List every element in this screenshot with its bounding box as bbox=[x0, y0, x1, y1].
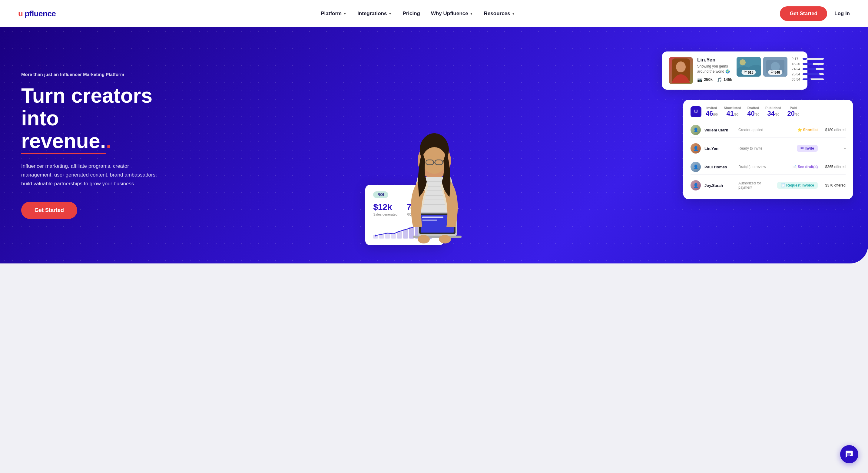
creator-name: Paul Homes bbox=[705, 165, 735, 169]
hero-eyebrow: More than just an Influencer Marketing P… bbox=[21, 72, 160, 77]
creator-price: $180 offered bbox=[822, 128, 845, 132]
table-row: 👤 Paul Homes Draft(s) to review 📄 See dr… bbox=[690, 159, 845, 175]
photo-thumb-2: ♡ 848 bbox=[763, 57, 787, 76]
influencer-stats: 📷 250k 🎵 145k bbox=[697, 77, 732, 82]
influencer-demographics: 0-17 18-20 21-24 25-34 bbox=[792, 57, 824, 83]
svg-rect-38 bbox=[422, 220, 437, 221]
influencer-name: Lin.Yen bbox=[697, 57, 732, 63]
nav-link-platform[interactable]: Platform ▼ bbox=[321, 10, 346, 17]
nav-link-integrations[interactable]: Integrations ▼ bbox=[358, 10, 392, 17]
svg-point-18 bbox=[375, 235, 376, 236]
creator-status: Authorized for payment bbox=[738, 181, 774, 190]
roi-badge: ROI bbox=[373, 191, 388, 198]
creator-action-invoice[interactable]: 🧾 Request invoice bbox=[777, 182, 818, 189]
nav-actions: Get Started Log In bbox=[780, 6, 850, 21]
nav-link-resources[interactable]: Resources ▼ bbox=[484, 10, 515, 17]
creator-name: Willem Clark bbox=[705, 128, 735, 132]
creator-avatar: 👤 bbox=[690, 162, 701, 172]
chevron-down-icon: ▼ bbox=[470, 12, 473, 15]
creator-action-invite[interactable]: ✉ Invite bbox=[797, 145, 818, 152]
svg-point-41 bbox=[439, 235, 451, 244]
nav-item-integrations[interactable]: Integrations ▼ bbox=[358, 10, 392, 17]
tiktok-count: 145k bbox=[723, 77, 732, 82]
photo2-likes: ♡ 848 bbox=[768, 70, 782, 75]
campaign-stat-published: Published 34/90 bbox=[765, 106, 781, 118]
creator-price: $365 offered bbox=[822, 165, 845, 169]
demo-row-25-34: 25-34 bbox=[792, 72, 824, 76]
nav-item-pricing[interactable]: Pricing bbox=[403, 10, 420, 17]
creator-avatar: 👤 bbox=[690, 180, 701, 190]
campaign-rows: 👤 Willem Clark Creator applied ⭐ Shortli… bbox=[690, 122, 845, 193]
influencer-info: Lin.Yen Showing you gems around the worl… bbox=[697, 57, 732, 82]
nav-link-pricing[interactable]: Pricing bbox=[403, 10, 420, 17]
svg-point-2 bbox=[677, 62, 684, 70]
campaign-logo: U bbox=[690, 106, 702, 117]
nav-item-platform[interactable]: Platform ▼ bbox=[321, 10, 346, 17]
chevron-down-icon: ▼ bbox=[343, 12, 346, 15]
chevron-down-icon: ▼ bbox=[388, 12, 392, 15]
campaign-header: U Invited 46/90 Shortlisted 41/90 bbox=[690, 106, 845, 118]
nav-login-button[interactable]: Log In bbox=[834, 10, 850, 17]
logo-u: u bbox=[18, 9, 23, 19]
creator-price: $370 offered bbox=[822, 183, 845, 187]
campaign-stat-paid: Paid 20/90 bbox=[787, 106, 800, 118]
table-row: 👤 Willem Clark Creator applied ⭐ Shortli… bbox=[690, 122, 845, 138]
influencer-desc: Showing you gems around the world 🌍 bbox=[697, 64, 732, 74]
demo-row-0-17: 0-17 bbox=[792, 57, 824, 61]
creator-status: Draft(s) to review bbox=[738, 165, 789, 169]
creator-status: Creator applied bbox=[738, 128, 794, 132]
tiktok-stat: 🎵 145k bbox=[717, 77, 732, 82]
campaign-card: U Invited 46/90 Shortlisted 41/90 bbox=[683, 100, 853, 199]
influencer-photos: ♡ 518 ♡ 848 bbox=[737, 57, 787, 76]
creator-action-shortlist[interactable]: ⭐ Shortlist bbox=[798, 128, 818, 132]
hero-title-line2: revenue.. bbox=[21, 129, 112, 154]
hero-visuals: Lin.Yen Showing you gems around the worl… bbox=[347, 27, 868, 263]
nav-item-resources[interactable]: Resources ▼ bbox=[484, 10, 515, 17]
creator-price: - bbox=[822, 146, 845, 151]
photo-thumb-1: ♡ 518 bbox=[737, 57, 761, 76]
logo-text: pfluence bbox=[25, 9, 56, 19]
campaign-stat-shortlisted: Shortlisted 41/90 bbox=[724, 106, 741, 118]
nav-links: Platform ▼ Integrations ▼ Pricing Why Up… bbox=[321, 10, 515, 17]
influencer-avatar bbox=[669, 57, 693, 84]
instagram-count: 250k bbox=[704, 77, 713, 82]
influencer-card: Lin.Yen Showing you gems around the worl… bbox=[662, 52, 807, 90]
campaign-stats: Invited 46/90 Shortlisted 41/90 bbox=[706, 106, 845, 118]
logo[interactable]: upfluence bbox=[18, 9, 56, 19]
photo1-likes: ♡ 518 bbox=[741, 70, 756, 75]
hero-description: Influencer marketing, affiliate programs… bbox=[21, 162, 160, 188]
hero-cta-button[interactable]: Get Started bbox=[21, 202, 77, 219]
demo-row-18-20: 18-20 bbox=[792, 62, 824, 66]
instagram-icon: 📷 bbox=[697, 77, 702, 82]
hero-content: More than just an Influencer Marketing P… bbox=[0, 54, 182, 237]
creator-name: Lin.Yen bbox=[705, 146, 735, 151]
table-row: 👤 Joy.Sarah Authorized for payment 🧾 Req… bbox=[690, 178, 845, 193]
svg-point-23 bbox=[422, 147, 446, 174]
creator-status: Ready to invite bbox=[738, 146, 793, 151]
hero-section: More than just an Influencer Marketing P… bbox=[0, 27, 868, 263]
hero-title: Turn creators into revenue.. bbox=[21, 84, 160, 152]
campaign-stat-invited: Invited 46/90 bbox=[706, 106, 718, 118]
hero-title-line1: Turn creators into bbox=[21, 84, 152, 130]
svg-point-4 bbox=[740, 59, 746, 65]
demo-row-35-54: 35-54 bbox=[792, 77, 824, 81]
creator-name: Joy.Sarah bbox=[705, 183, 735, 188]
creator-avatar: 👤 bbox=[690, 125, 701, 135]
demo-row-21-24: 21-24 bbox=[792, 67, 824, 71]
table-row: 👤 Lin.Yen Ready to invite ✉ Invite - bbox=[690, 141, 845, 156]
nav-get-started-button[interactable]: Get Started bbox=[780, 6, 827, 21]
svg-rect-37 bbox=[422, 217, 443, 218]
tiktok-icon: 🎵 bbox=[717, 77, 722, 82]
nav-link-why[interactable]: Why Upfluence ▼ bbox=[431, 10, 473, 17]
hero-person bbox=[389, 112, 480, 263]
instagram-stat: 📷 250k bbox=[697, 77, 713, 82]
creator-action-draft[interactable]: 📄 See draft(s) bbox=[792, 165, 818, 169]
nav-item-why[interactable]: Why Upfluence ▼ bbox=[431, 10, 473, 17]
person-illustration bbox=[392, 112, 477, 263]
creator-avatar: 👤 bbox=[690, 143, 701, 154]
campaign-stat-drafted: Drafted 40/90 bbox=[747, 106, 759, 118]
chevron-down-icon: ▼ bbox=[512, 12, 515, 15]
navbar: upfluence Platform ▼ Integrations ▼ Pric… bbox=[0, 0, 868, 27]
svg-point-40 bbox=[417, 235, 430, 244]
